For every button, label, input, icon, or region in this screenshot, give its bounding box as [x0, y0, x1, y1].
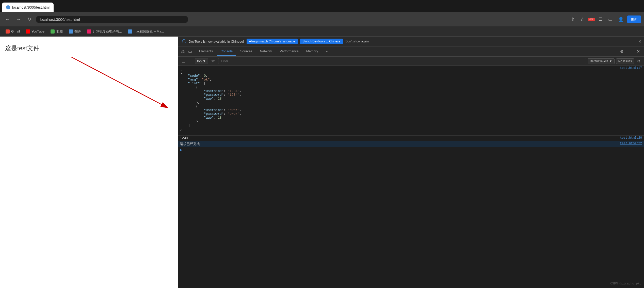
puzzle-icon[interactable]: ☰	[597, 15, 605, 23]
dont-show-again-button[interactable]: Don't show again	[345, 40, 369, 43]
active-tab[interactable]: localhost:3000/test.html	[2, 3, 54, 12]
tab-network[interactable]: Network	[256, 47, 276, 56]
console-prompt-icon: ►	[180, 148, 182, 152]
console-context-label: top	[197, 59, 202, 63]
console-filter-input[interactable]	[218, 58, 586, 64]
bookmark-mac-video[interactable]: mac视频编辑 – Ma...	[125, 28, 167, 35]
console-clear-button[interactable]: ⎯	[188, 58, 193, 64]
banner-close-button[interactable]: ✕	[638, 39, 641, 44]
bookmark-youtube-label: YouTube	[31, 29, 44, 33]
no-issues-button[interactable]: No Issues	[616, 58, 634, 64]
bookmark-mac-video-label: mac视频编辑 – Ma...	[134, 29, 164, 34]
ebook-icon	[87, 29, 91, 34]
tab-title: localhost:3000/test.html	[12, 5, 50, 9]
arrow-indicator	[51, 49, 183, 131]
tab-console[interactable]: Console	[217, 47, 236, 56]
default-levels-dropdown[interactable]: Default levels ▼	[588, 58, 615, 64]
bookmark-maps[interactable]: 地图	[48, 28, 65, 35]
address-input[interactable]	[36, 16, 188, 23]
forward-button[interactable]: →	[14, 16, 23, 23]
tab-more[interactable]: »	[322, 47, 331, 56]
main-area: 这是test文件 ⓘ DevTools is now available in …	[0, 37, 644, 288]
tab-performance[interactable]: Performance	[276, 47, 302, 56]
devtools-panel: ⓘ DevTools is now available in Chinese! …	[178, 37, 644, 288]
source-1234[interactable]: test.html:20	[618, 136, 642, 140]
devtools-more-button[interactable]: ⋮	[626, 48, 634, 55]
console-output: { "code": 0, "msg": "ok", "list": [ { "u…	[178, 66, 644, 288]
default-levels-label: Default levels	[590, 59, 608, 63]
bookmark-maps-label: 地图	[56, 29, 63, 34]
reload-button[interactable]: ↻	[25, 15, 33, 23]
info-icon: ⓘ	[182, 39, 186, 44]
bookmark-translate[interactable]: 翻译	[66, 28, 84, 35]
no-issues-label: No Issues	[618, 59, 632, 63]
devtools-tab-icons: ⁂ ▭	[180, 48, 193, 55]
switch-to-chinese-button[interactable]: Switch DevTools to Chinese	[300, 39, 343, 44]
page-main-text: 这是test文件	[5, 44, 173, 52]
cast-icon[interactable]: ▭	[606, 15, 615, 23]
tab-elements[interactable]: Elements	[196, 47, 216, 56]
mac-video-icon	[128, 29, 132, 34]
address-bar: ← → ↻ ⇧ ☆ OFF ☰ ▭ 👤 更新	[0, 12, 644, 26]
devtools-tabs: ⁂ ▭ Elements Console Sources Network Per…	[178, 46, 644, 57]
bookmark-translate-label: 翻译	[74, 29, 81, 34]
console-settings-button[interactable]: ⚙	[636, 58, 642, 65]
update-button[interactable]: 更新	[627, 15, 641, 23]
console-prompt-line[interactable]: ►	[178, 147, 644, 153]
csdn-watermark: CSDN @picacho_pkg	[610, 282, 641, 285]
tab-memory[interactable]: Memory	[303, 47, 322, 56]
bookmark-gmail[interactable]: Gmail	[3, 28, 22, 35]
toolbar-icons: ⇧ ☆ OFF ☰ ▭ 👤 更新	[569, 15, 641, 23]
svg-line-1	[71, 57, 168, 108]
device-toggle-button[interactable]: ▭	[187, 48, 193, 55]
bookmark-icon[interactable]: ☆	[578, 15, 586, 23]
back-button[interactable]: ←	[3, 16, 12, 23]
console-toolbar: ☰ ⎯ top ▼ 👁 Default levels ▼ No Issues ⚙	[178, 57, 644, 66]
bookmark-gmail-label: Gmail	[11, 29, 20, 33]
devtools-settings-button[interactable]: ⚙	[618, 48, 625, 55]
console-sidebar-toggle[interactable]: ☰	[180, 58, 186, 65]
console-line-json: { "code": 0, "msg": "ok", "list": [ { "u…	[178, 66, 644, 136]
console-eye-button[interactable]: 👁	[210, 58, 217, 64]
page-content: 这是test文件	[0, 37, 178, 288]
inspect-element-button[interactable]: ⁂	[180, 48, 186, 55]
console-context-dropdown[interactable]: top ▼	[195, 58, 208, 64]
bookmark-youtube[interactable]: YouTube	[23, 28, 47, 35]
devtools-close-button[interactable]: ✕	[635, 48, 642, 55]
youtube-icon	[26, 29, 30, 34]
chevron-down-icon: ▼	[203, 59, 206, 63]
tab-favicon	[6, 5, 10, 9]
tab-bar: localhost:3000/test.html	[0, 0, 644, 12]
output-1234: 1234	[180, 136, 618, 140]
json-output: { "code": 0, "msg": "ok", "list": [ { "u…	[180, 66, 618, 135]
devtools-banner: ⓘ DevTools is now available in Chinese! …	[178, 37, 644, 46]
ext-off-label: OFF	[589, 18, 593, 21]
maps-icon	[51, 29, 55, 34]
gmail-icon	[6, 29, 10, 34]
console-line-1234: 1234 test.html:20	[178, 136, 644, 141]
extension-badge[interactable]: OFF	[588, 18, 595, 21]
console-line-complete: 请求已经完成 test.html:22	[178, 141, 644, 147]
banner-text: DevTools is now available in Chinese!	[189, 40, 244, 43]
browser-window: localhost:3000/test.html ← → ↻ ⇧ ☆ OFF ☰…	[0, 0, 644, 288]
share-icon[interactable]: ⇧	[569, 15, 577, 23]
translate-icon	[69, 29, 73, 34]
bookmark-ebook-label: 计算机专业电子书...	[93, 29, 122, 34]
output-complete: 请求已经完成	[180, 142, 618, 146]
source-complete[interactable]: test.html:22	[618, 142, 642, 146]
chevron-down-icon-2: ▼	[609, 59, 612, 63]
bookmarks-bar: Gmail YouTube 地图 翻译 计算机专业电子书... mac视频编辑 …	[0, 26, 644, 37]
json-source-link[interactable]: test.html:17	[618, 66, 642, 135]
always-match-button[interactable]: Always match Chrome's language	[247, 39, 298, 44]
profile-icon[interactable]: 👤	[616, 15, 626, 23]
tab-sources[interactable]: Sources	[237, 47, 256, 56]
bookmark-ebook[interactable]: 计算机专业电子书...	[85, 28, 124, 35]
